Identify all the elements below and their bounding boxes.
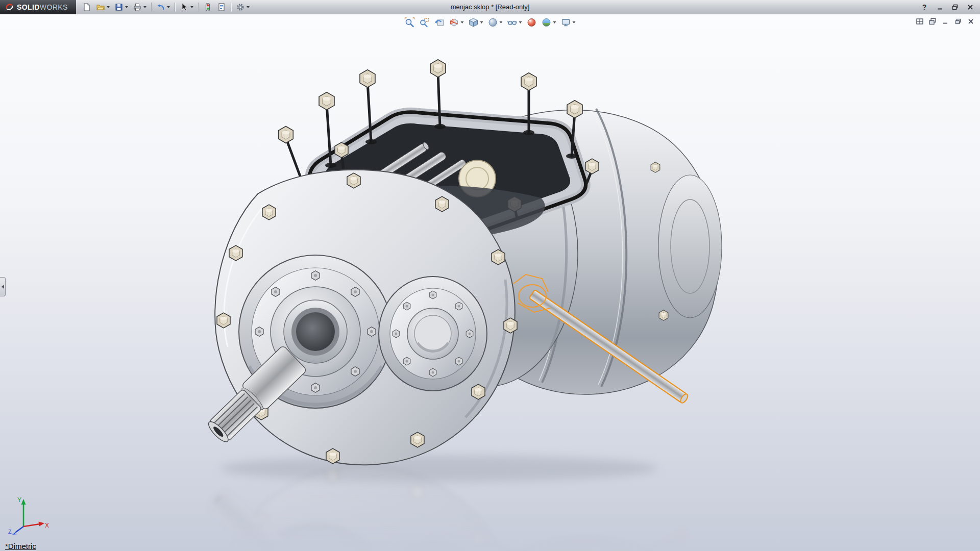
brand-works: WORKS xyxy=(40,3,68,11)
print-icon xyxy=(133,3,142,12)
rebuild-button[interactable] xyxy=(201,1,214,13)
document-close-icon xyxy=(968,18,974,24)
svg-text:Z: Z xyxy=(8,529,12,535)
previous-view-icon xyxy=(434,17,445,28)
toolbar-separator xyxy=(198,3,199,12)
select-button[interactable] xyxy=(178,1,195,13)
display-style-icon xyxy=(488,17,498,28)
display-style-caret[interactable] xyxy=(500,21,503,23)
solidworks-window: SOLIDWORKS xyxy=(0,0,980,551)
brand-solid: SOLID xyxy=(17,3,40,11)
window-title: menjac sklop * [Read-only] xyxy=(451,3,530,11)
open-dropdown-caret[interactable] xyxy=(107,6,110,8)
orientation-triad: Y X Z xyxy=(7,494,51,538)
zoom-to-area-button[interactable] xyxy=(418,16,432,29)
toolbar-separator xyxy=(151,3,152,12)
hide-show-glasses-icon xyxy=(507,17,518,28)
previous-view-button[interactable] xyxy=(432,16,447,29)
new-document-icon xyxy=(82,3,91,12)
window-arrange-icon xyxy=(929,18,936,25)
edit-appearance-ball-icon xyxy=(527,17,537,28)
select-cursor-icon xyxy=(180,3,189,12)
brand-text: SOLIDWORKS xyxy=(17,3,68,12)
file-properties-button[interactable] xyxy=(215,1,228,13)
view-orientation-cube-icon xyxy=(469,17,479,28)
heads-up-toolbar xyxy=(403,16,578,29)
document-close-button[interactable] xyxy=(967,17,975,26)
select-dropdown-caret[interactable] xyxy=(190,6,193,8)
help-icon: ? xyxy=(922,3,927,11)
display-style-button[interactable] xyxy=(486,16,505,29)
hide-show-items-caret[interactable] xyxy=(519,21,522,23)
help-button[interactable]: ? xyxy=(920,3,929,12)
restore-icon xyxy=(952,4,958,10)
minimize-button[interactable] xyxy=(935,3,944,12)
section-view-caret[interactable] xyxy=(461,21,464,23)
save-dropdown-caret[interactable] xyxy=(125,6,128,8)
document-minimize-button[interactable] xyxy=(941,17,949,26)
standard-toolbar xyxy=(80,1,252,13)
file-properties-icon xyxy=(217,3,226,12)
view-settings-caret[interactable] xyxy=(573,21,576,23)
document-minimize-icon xyxy=(942,18,948,24)
zoom-to-fit-button[interactable] xyxy=(403,16,417,29)
section-view-icon xyxy=(449,17,459,28)
model-gearbox-assembly[interactable] xyxy=(0,14,980,551)
new-document-button[interactable] xyxy=(80,1,93,13)
undo-icon xyxy=(156,3,165,12)
options-dropdown-caret[interactable] xyxy=(247,6,250,8)
triad-z-axis: Z xyxy=(8,527,23,535)
undo-dropdown-caret[interactable] xyxy=(167,6,170,8)
print-button[interactable] xyxy=(131,1,149,13)
dassault-swirl-icon xyxy=(5,3,14,11)
close-icon xyxy=(967,4,973,10)
titlebar: SOLIDWORKS xyxy=(0,0,980,14)
document-restore-icon xyxy=(955,18,961,24)
contact-shadow xyxy=(219,455,658,482)
secondary-bearing-boss[interactable] xyxy=(379,277,487,391)
view-orientation-label: *Dimetric xyxy=(5,542,36,550)
triad-x-axis: X xyxy=(23,522,49,530)
window-controls: ? xyxy=(920,3,980,12)
print-dropdown-caret[interactable] xyxy=(143,6,146,8)
options-gear-icon xyxy=(236,3,245,12)
apply-scene-ball-icon xyxy=(542,17,552,28)
open-button[interactable] xyxy=(94,1,112,13)
edit-appearance-button[interactable] xyxy=(525,16,539,29)
view-settings-button[interactable] xyxy=(559,16,578,29)
view-orientation-caret[interactable] xyxy=(480,21,483,23)
view-orientation-button[interactable] xyxy=(467,16,485,29)
triad-y-axis: Y xyxy=(17,496,26,527)
rebuild-traffic-light-icon xyxy=(203,3,212,12)
document-restore-button[interactable] xyxy=(954,17,962,26)
zoom-to-area-icon xyxy=(420,17,430,28)
minimize-icon xyxy=(937,4,943,10)
svg-text:X: X xyxy=(45,522,49,529)
save-floppy-icon xyxy=(114,3,124,12)
open-folder-icon xyxy=(96,3,105,12)
zoom-to-fit-icon xyxy=(405,17,415,28)
toolbar-separator xyxy=(231,3,231,12)
apply-scene-button[interactable] xyxy=(540,16,558,29)
restore-button[interactable] xyxy=(950,3,960,12)
save-button[interactable] xyxy=(112,1,130,13)
featuremanager-collapsed-tab[interactable] xyxy=(0,277,6,296)
section-view-button[interactable] xyxy=(447,16,466,29)
apply-scene-caret[interactable] xyxy=(553,21,556,23)
window-arrange-button[interactable] xyxy=(928,17,937,26)
options-button[interactable] xyxy=(234,1,252,13)
view-settings-monitor-icon xyxy=(561,17,571,28)
document-window-controls xyxy=(916,17,975,26)
hide-show-items-button[interactable] xyxy=(505,16,524,29)
solidworks-logo: SOLIDWORKS xyxy=(0,0,76,14)
graphics-area[interactable]: Y X Z *Dimetric xyxy=(0,14,980,551)
close-button[interactable] xyxy=(966,3,975,12)
undo-button[interactable] xyxy=(154,1,172,13)
panel-expand-arrow-icon xyxy=(2,285,4,289)
toolbar-separator xyxy=(175,3,175,12)
viewport-selector-button[interactable] xyxy=(916,17,924,26)
svg-text:Y: Y xyxy=(17,496,21,504)
viewport-selector-icon xyxy=(916,18,923,25)
